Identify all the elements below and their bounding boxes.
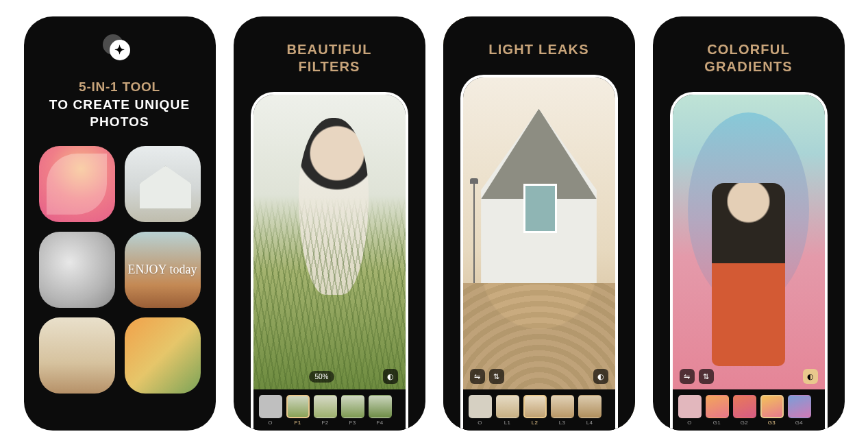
phone-mockup-filters: 50% ◐ OF1F2F3F4 (251, 92, 408, 431)
sample-tile-palms (125, 317, 201, 394)
screenshot-panel-4: COLORFUL GRADIENTS ⇋ ⇅ ◐ OG1G2G3G4 (653, 16, 845, 431)
preset-thumb[interactable]: F1 (286, 395, 310, 426)
panel4-heading: COLORFUL GRADIENTS (704, 41, 793, 75)
screenshot-panel-1: ✦ 5-IN-1 TOOL TO CREATE UNIQUE PHOTOS EN… (24, 16, 216, 431)
preset-thumb-label: F3 (349, 420, 356, 426)
preset-thumb-preview (469, 395, 492, 418)
preset-thumb[interactable]: F4 (369, 395, 392, 426)
preset-thumb-preview (788, 395, 811, 418)
preset-thumb[interactable]: L4 (578, 395, 602, 426)
leak-thumb-row[interactable]: OL1L2L3L4 (463, 389, 615, 431)
flip-horizontal-button[interactable]: ⇋ (470, 369, 485, 384)
sample-tile-bw (39, 232, 115, 308)
screenshot-panel-2: BEAUTIFUL FILTERS 50% ◐ OF1F2F3F4 (234, 16, 425, 431)
phone-mockup-leaks: ⇋ ⇅ ◐ OL1L2L3L4 (460, 75, 618, 431)
preset-thumb[interactable]: G4 (788, 395, 811, 426)
preset-thumb-label: G3 (768, 420, 776, 426)
scene-house-illustration (463, 77, 615, 389)
preset-thumb[interactable]: L1 (496, 395, 519, 426)
sample-tile-house (125, 146, 201, 222)
flip-vertical-button[interactable]: ⇅ (699, 369, 714, 384)
sample-tile-street (39, 317, 115, 394)
photo-viewport[interactable]: 50% ◐ (253, 95, 406, 389)
panel3-heading: LIGHT LEAKS (488, 41, 589, 58)
scene-field-illustration (253, 95, 406, 389)
tagline-line1: 5-IN-1 TOOL (49, 78, 190, 96)
preset-thumb-preview (369, 395, 392, 418)
sample-tile-enjoy: ENJOY today (125, 232, 201, 308)
preset-thumb[interactable]: G2 (733, 395, 756, 426)
compare-toggle-button[interactable]: ◐ (383, 369, 398, 384)
preset-thumb-label: L3 (559, 420, 566, 426)
panel4-heading-l2: GRADIENTS (704, 58, 793, 75)
sample-tile-grid: ENJOY today (24, 146, 216, 394)
panel2-heading-l1: BEAUTIFUL (286, 41, 371, 58)
scene-person-icon (299, 118, 369, 295)
panel2-heading: BEAUTIFUL FILTERS (286, 41, 371, 75)
preset-thumb[interactable]: G1 (706, 395, 729, 426)
panel2-heading-l2: FILTERS (286, 58, 371, 75)
screenshot-panel-3: LIGHT LEAKS ⇋ ⇅ ◐ OL1L2L3L4 (443, 16, 635, 431)
preset-thumb-label: O (268, 420, 273, 426)
preset-thumb[interactable]: F3 (341, 395, 364, 426)
filter-thumb-row[interactable]: OF1F2F3F4 (253, 389, 406, 431)
preset-thumb-label: F2 (321, 420, 328, 426)
app-logo-icon: ✦ (107, 37, 133, 63)
preset-thumb-label: G4 (795, 420, 803, 426)
preset-thumb-preview (733, 395, 756, 418)
photo-viewport[interactable]: ⇋ ⇅ ◐ (463, 77, 615, 389)
preset-thumb[interactable]: G3 (760, 395, 784, 426)
tagline-line2: TO CREATE UNIQUE (49, 96, 190, 114)
preset-thumb[interactable]: O (678, 395, 702, 426)
preset-thumb[interactable]: O (259, 395, 282, 426)
preset-thumb-label: G2 (741, 420, 748, 426)
preset-thumb-label: O (478, 420, 482, 426)
compare-toggle-button[interactable]: ◐ (593, 369, 608, 384)
preset-thumb-label: L1 (504, 420, 511, 426)
preset-thumb-label: F1 (294, 420, 301, 426)
tile-enjoy-text: ENJOY today (128, 263, 197, 276)
preset-thumb-preview (678, 395, 702, 418)
phone-mockup-gradients: ⇋ ⇅ ◐ OG1G2G3G4 (670, 92, 828, 431)
scene-gradient-illustration (673, 95, 825, 389)
photo-viewport[interactable]: ⇋ ⇅ ◐ (673, 95, 825, 389)
scene-person-icon (712, 183, 785, 366)
preset-thumb-preview (314, 395, 337, 418)
tagline: 5-IN-1 TOOL TO CREATE UNIQUE PHOTOS (49, 78, 190, 131)
preset-thumb-label: L4 (586, 420, 593, 426)
preset-thumb-label: F4 (376, 420, 383, 426)
preset-thumb-preview (551, 395, 574, 418)
preset-thumb-preview (760, 395, 784, 418)
preset-thumb-preview (523, 395, 547, 418)
panel4-heading-l1: COLORFUL (704, 41, 793, 58)
preset-thumb[interactable]: O (469, 395, 492, 426)
preset-thumb-preview (259, 395, 282, 418)
preset-thumb-preview (286, 395, 310, 418)
preset-thumb-label: G1 (713, 420, 721, 426)
tagline-line3: PHOTOS (49, 113, 190, 131)
preset-thumb-preview (578, 395, 602, 418)
flip-horizontal-button[interactable]: ⇋ (680, 369, 695, 384)
preset-thumb-label: L2 (532, 420, 538, 426)
preset-thumb[interactable]: L2 (523, 395, 547, 426)
compare-toggle-button[interactable]: ◐ (803, 369, 818, 384)
preset-thumb-preview (341, 395, 364, 418)
preset-thumb[interactable]: L3 (551, 395, 574, 426)
preset-thumb-label: O (687, 420, 692, 426)
gradient-thumb-row[interactable]: OG1G2G3G4 (673, 389, 825, 431)
intensity-pill[interactable]: 50% (309, 371, 334, 383)
preset-thumb-preview (706, 395, 729, 418)
preset-thumb[interactable]: F2 (314, 395, 337, 426)
sample-tile-gradient (39, 146, 115, 222)
preset-thumb-preview (496, 395, 519, 418)
flip-vertical-button[interactable]: ⇅ (489, 369, 504, 384)
